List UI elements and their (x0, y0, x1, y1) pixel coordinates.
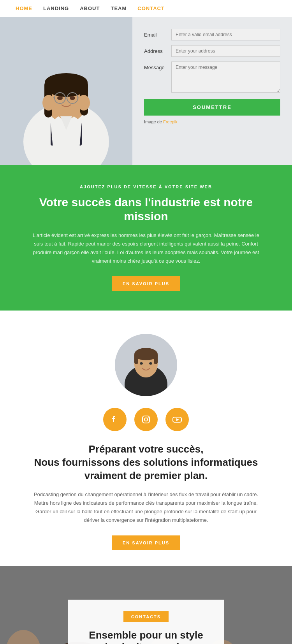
hero-section: Email Address Message SOUMETTRE Image de… (0, 17, 292, 165)
contact-form-wrap: Email Address Message SOUMETTRE Image de… (132, 17, 292, 165)
message-textarea[interactable] (171, 61, 280, 93)
address-group: Address (144, 45, 280, 57)
email-group: Email (144, 29, 280, 40)
navigation: HOME LANDING ABOUT TEAM CONTACT (0, 0, 292, 17)
message-label: Message (144, 61, 171, 70)
image-credit-1: Image de Freepik (144, 119, 280, 124)
team-card: CONTACTS Ensemble pour un style de vie d… (68, 600, 224, 644)
nav-team[interactable]: TEAM (111, 5, 127, 11)
svg-point-11 (45, 73, 88, 92)
svg-rect-25 (134, 353, 138, 364)
green-cta-button[interactable]: EN SAVOIR PLUS (112, 276, 180, 291)
svg-point-19 (42, 95, 55, 111)
submit-button[interactable]: SOUMETTRE (144, 99, 280, 116)
team-heading: Ensemble pour un style de vie d'entrepri… (82, 629, 210, 644)
email-input[interactable] (171, 29, 280, 40)
green-heading: Votre succès dans l'industrie est notre … (31, 195, 261, 223)
contacts-badge: CONTACTS (123, 611, 169, 622)
svg-point-18 (70, 96, 75, 100)
nav-about[interactable]: ABOUT (80, 5, 100, 11)
svg-point-30 (144, 418, 148, 421)
svg-rect-26 (154, 353, 158, 364)
svg-marker-33 (176, 418, 179, 421)
profile-cta-button[interactable]: EN SAVOIR PLUS (112, 535, 180, 550)
address-input[interactable] (171, 45, 280, 57)
profile-section: Préparant votre succès, Nous fournissons… (0, 311, 292, 566)
email-label: Email (144, 29, 171, 38)
svg-point-20 (77, 95, 90, 111)
profile-heading: Préparant votre succès, Nous fournissons… (31, 443, 261, 482)
svg-point-28 (149, 362, 152, 365)
green-body: L'article évident est arrivé express les… (31, 231, 261, 265)
facebook-icon[interactable] (103, 408, 127, 431)
svg-point-27 (140, 362, 143, 365)
nav-landing[interactable]: LANDING (43, 5, 69, 11)
freepik-link-1[interactable]: Freepik (163, 119, 178, 124)
hero-image (0, 17, 132, 165)
address-label: Address (144, 45, 171, 54)
profile-body: Podcasting gestion du changement opérati… (31, 490, 261, 525)
message-group: Message (144, 61, 280, 93)
social-icons (31, 408, 261, 431)
green-section: AJOUTEZ PLUS DE VITESSE À VOTRE SITE WEB… (0, 165, 292, 311)
svg-point-17 (57, 96, 63, 100)
nav-home[interactable]: HOME (16, 5, 32, 11)
team-section: CONTACTS Ensemble pour un style de vie d… (0, 566, 292, 644)
green-subtitle: AJOUTEZ PLUS DE VITESSE À VOTRE SITE WEB (31, 184, 261, 189)
youtube-icon[interactable] (165, 408, 189, 431)
nav-contact[interactable]: CONTACT (137, 5, 165, 11)
profile-avatar (115, 334, 177, 396)
svg-point-31 (148, 417, 148, 418)
instagram-icon[interactable] (134, 408, 158, 431)
